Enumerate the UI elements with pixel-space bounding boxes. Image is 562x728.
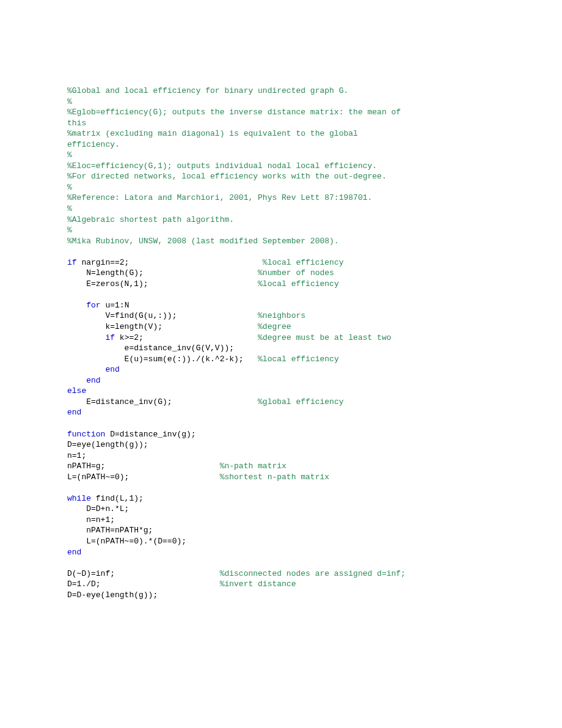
code-token-plain: E=distance_inv(G); [67,397,258,406]
code-token-comment: %neighbors [258,311,305,320]
code-line [67,289,495,300]
code-token-plain: L=(nPATH~=0).*(D==0); [67,537,186,546]
code-line: D=1./D; %invert distance [67,579,495,590]
code-token-plain: find(L,1); [91,494,144,503]
code-line: else [67,386,495,397]
code-line: %Algebraic shortest path algorithm. [67,215,495,226]
code-line: n=1; [67,450,495,461]
code-token-plain: L=(nPATH~=0); [67,472,220,482]
code-token-plain [67,376,86,385]
code-line: %Mika Rubinov, UNSW, 2008 (last modified… [67,236,495,247]
code-token-keyword: else [67,386,86,395]
code-line: E=zeros(N,1); %local efficiency [67,279,495,290]
code-token-keyword: end [67,548,81,557]
code-line: %Reference: Latora and Marchiori, 2001, … [67,193,495,204]
code-token-comment: %For directed networks, local efficiency… [67,172,387,181]
code-line: %Global and local efficiency for binary … [67,86,495,97]
code-token-comment: %disconnected nodes are assigned d=inf; [220,569,406,578]
code-token-plain: D=1./D; [67,579,220,589]
code-line: end [67,547,495,558]
code-token-comment: %Algebraic shortest path algorithm. [67,215,234,224]
code-line: % [67,97,495,108]
code-line: V=find(G(u,:)); %neighbors [67,311,495,322]
code-line: this [67,118,495,129]
code-token-plain [67,333,105,342]
code-line: %For directed networks, local efficiency… [67,171,495,182]
code-token-comment: %degree must be at least two [258,333,391,342]
code-token-comment: %local efficiency [258,279,339,289]
code-line: function D=distance_inv(g); [67,429,495,440]
code-token-plain [67,301,86,310]
code-line: E(u)=sum(e(:))./(k.^2-k); %local efficie… [67,354,495,365]
code-token-plain: D=eye(length(g)); [67,440,148,449]
code-line: n=n+1; [67,515,495,526]
code-line: N=length(G); %number of nodes [67,268,495,279]
code-token-comment: % [67,150,72,160]
code-line: k=length(V); %degree [67,322,495,333]
code-token-plain [67,247,72,256]
code-token-comment: %Global and local efficiency for binary … [67,86,348,95]
code-line: e=distance_inv(G(V,V)); [67,343,495,354]
code-line: L=(nPATH~=0); %shortest n-path matrix [67,472,495,483]
code-token-plain: D(~D)=inf; [67,569,220,578]
page: %Global and local efficiency for binary … [0,0,562,728]
code-token-keyword: end [86,376,100,385]
code-token-comment: %invert distance [220,579,296,589]
code-token-plain: n=n+1; [67,515,115,524]
code-token-plain [67,483,72,492]
code-token-comment: %global efficiency [258,397,343,406]
code-token-plain [67,290,72,299]
code-line: %Eloc=efficiency(G,1); outputs individua… [67,161,495,172]
code-line: D=D-eye(length(g)); [67,590,495,601]
code-line: if k>=2; %degree must be at least two [67,333,495,344]
code-line: if nargin==2; %local efficiency [67,257,495,268]
code-line: %Eglob=efficiency(G); outputs the invers… [67,107,495,118]
code-line: D=eye(length(g)); [67,439,495,450]
code-token-keyword: function [67,430,105,439]
code-line [67,557,495,568]
code-token-plain: nargin==2; [77,258,263,267]
code-line: nPATH=nPATH*g; [67,525,495,536]
code-token-plain: u=1:N [101,301,130,310]
code-token-keyword: if [67,258,77,267]
code-token-comment: this [67,119,86,128]
code-token-plain: D=distance_inv(g); [105,430,195,439]
code-token-comment: %Eglob=efficiency(G); outputs the invers… [67,108,406,117]
code-line: end [67,364,495,375]
code-token-plain: N=length(G); [67,268,258,278]
code-token-plain: nPATH=nPATH*g; [67,526,153,535]
code-token-comment: efficiency. [67,140,120,149]
code-line: % [67,225,495,236]
code-line: while find(L,1); [67,493,495,504]
code-line [67,246,495,257]
code-token-comment: %Mika Rubinov, UNSW, 2008 (last modified… [67,237,339,246]
code-token-comment: % [67,204,72,213]
code-token-plain [67,558,72,567]
code-token-comment: %matrix (excluding main diagonal) is equ… [67,129,363,138]
code-line: D(~D)=inf; %disconnected nodes are assig… [67,568,495,579]
code-token-plain: k>=2; [115,333,258,342]
code-token-plain: k=length(V); [67,322,258,331]
code-line: % [67,182,495,193]
code-token-comment: %degree [258,322,291,331]
code-line: for u=1:N [67,300,495,311]
code-token-comment: %local efficiency [263,258,344,267]
code-token-comment: %number of nodes [258,268,334,278]
code-token-plain: V=find(G(u,:)); [67,311,258,320]
code-token-comment: %n-path matrix [220,461,286,471]
code-token-comment: %local efficiency [258,355,339,364]
code-token-keyword: while [67,494,91,503]
code-token-plain: E(u)=sum(e(:))./(k.^2-k); [67,355,258,364]
code-line [67,418,495,429]
code-line: % [67,204,495,215]
code-token-keyword: if [105,333,115,342]
code-token-plain: nPATH=g; [67,461,220,471]
code-token-keyword: end [67,408,81,417]
code-token-plain: n=1; [67,451,86,460]
code-token-keyword: end [105,365,119,374]
code-token-comment: %Reference: Latora and Marchiori, 2001, … [67,193,372,202]
code-token-plain: E=zeros(N,1); [67,279,258,289]
code-token-keyword: for [86,301,100,310]
code-token-comment: % [67,183,72,192]
code-line: end [67,407,495,418]
